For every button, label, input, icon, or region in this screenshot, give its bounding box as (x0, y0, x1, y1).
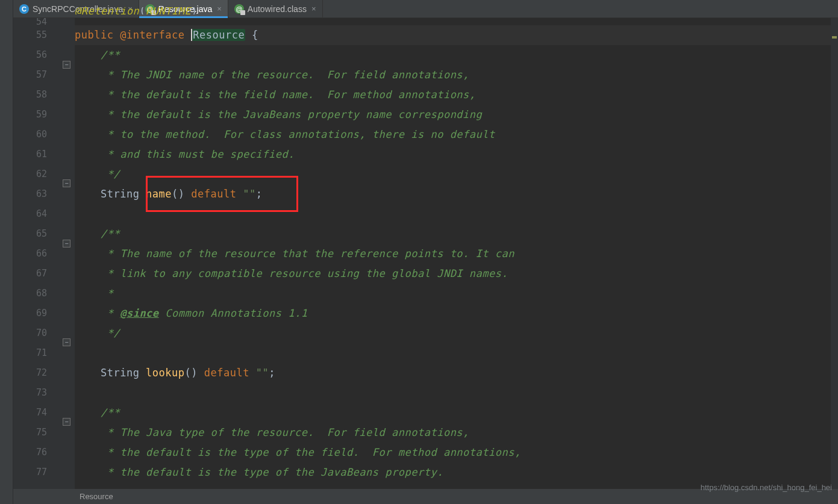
code-line: * the default is the type of the field. … (75, 443, 838, 462)
line-number: 62 (13, 164, 47, 184)
fold-toggle-icon[interactable]: − (63, 338, 70, 346)
line-number: 56 (13, 45, 47, 65)
code-line: /** (75, 45, 838, 65)
code-line: * The name of the resource that the refe… (75, 244, 838, 264)
code-line: * The JNDI name of the resource. For fie… (75, 65, 838, 85)
line-number: 54 (13, 18, 47, 25)
code-line: * The Java type of the resource. For fie… (75, 423, 838, 443)
code-line: * @since Common Annotations 1.1 (75, 303, 838, 323)
code-line: /** (75, 403, 838, 423)
code-line: /** (75, 224, 838, 244)
line-number: 59 (13, 105, 47, 125)
code-line: public @interface Resource { (75, 25, 838, 45)
code-line: * and this must be specified. (75, 145, 838, 164)
line-number: 61 (13, 145, 47, 164)
class-icon: C (19, 4, 29, 14)
breadcrumb-item[interactable]: Resource (80, 492, 113, 501)
code-line: */ (75, 323, 838, 343)
code-area[interactable]: @Retention(RUNTIME) public @interface Re… (75, 18, 838, 489)
line-number: 71 (13, 343, 47, 363)
line-number: 57 (13, 65, 47, 85)
code-line (75, 343, 838, 363)
code-line: * the default is the JavaBeans property … (75, 105, 838, 125)
line-number: 63 (13, 184, 47, 204)
line-number: 58 (13, 85, 47, 105)
code-line: @Retention(RUNTIME) (75, 7, 838, 14)
tool-window-strip[interactable] (0, 0, 13, 504)
watermark-text: https://blog.csdn.net/shi_hong_fei_hei (701, 483, 832, 492)
code-line: * the default is the type of the JavaBea… (75, 462, 838, 482)
code-line: * (75, 284, 838, 303)
line-number: 55 (13, 25, 47, 45)
code-editor[interactable]: 54 55 56 57 58 59 60 61 62 63 64 65 66 6… (13, 18, 838, 489)
warning-marker[interactable] (832, 36, 837, 39)
fold-toggle-icon[interactable]: − (63, 418, 70, 426)
line-number: 66 (13, 244, 47, 264)
code-line: * the default is the field name. For met… (75, 85, 838, 105)
line-number: 74 (13, 403, 47, 423)
line-number: 75 (13, 423, 47, 443)
line-number: 77 (13, 462, 47, 482)
fold-toggle-icon[interactable]: − (63, 179, 70, 187)
fold-gutter[interactable]: − − − − − (60, 18, 75, 489)
fold-toggle-icon[interactable]: − (63, 240, 70, 247)
line-number: 72 (13, 363, 47, 383)
line-number: 64 (13, 204, 47, 224)
line-number: 69 (13, 303, 47, 323)
tool-window-button[interactable] (1, 132, 12, 163)
error-stripe[interactable] (831, 18, 838, 489)
highlight-box (146, 176, 298, 212)
line-number: 76 (13, 443, 47, 462)
line-number: 60 (13, 125, 47, 145)
code-line (75, 383, 838, 403)
line-number: 70 (13, 323, 47, 343)
line-number: 65 (13, 224, 47, 244)
code-line: String lookup() default ""; (75, 363, 838, 383)
line-number-gutter[interactable]: 54 55 56 57 58 59 60 61 62 63 64 65 66 6… (13, 18, 60, 489)
line-number: 68 (13, 284, 47, 303)
code-line: * to the method. For class annotations, … (75, 125, 838, 145)
fold-toggle-icon[interactable]: − (63, 61, 70, 69)
line-number: 73 (13, 383, 47, 403)
code-line: * link to any compatible resource using … (75, 264, 838, 284)
line-number: 67 (13, 264, 47, 284)
